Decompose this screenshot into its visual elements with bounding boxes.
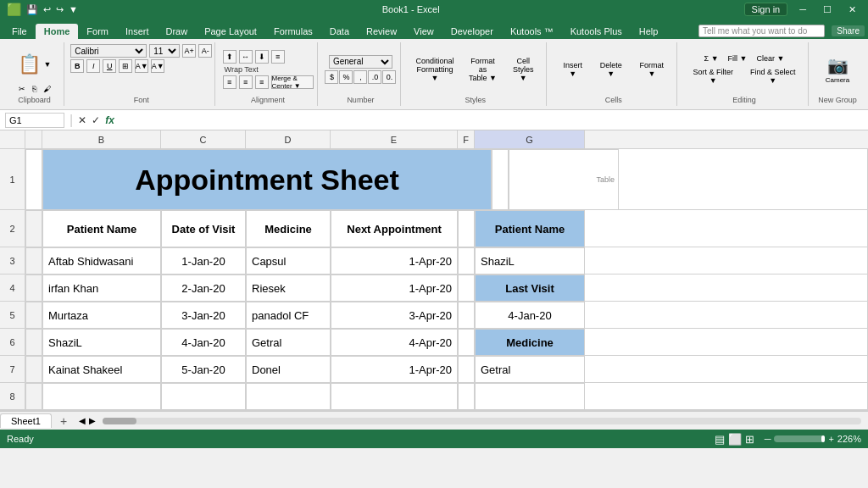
tab-help[interactable]: Help (631, 24, 667, 39)
row-header-2[interactable]: 2 (0, 210, 25, 247)
align-left-button[interactable]: ≡ (223, 75, 236, 89)
col-header-e[interactable]: E (331, 130, 458, 149)
cell-e2[interactable]: Next Appointment (331, 210, 458, 247)
cell-g5[interactable]: 4-Jan-20 (475, 302, 585, 329)
row-header-4[interactable]: 4 (0, 274, 25, 302)
decimal-increase-button[interactable]: .0 (368, 70, 381, 84)
cell-c2[interactable]: Date of Visit (161, 210, 246, 247)
signin-button[interactable]: Sign in (744, 3, 788, 16)
quick-access-undo[interactable]: ↩ (43, 4, 51, 15)
cell-d7[interactable]: Donel (246, 356, 331, 383)
font-color-button[interactable]: A▼ (151, 59, 164, 73)
cell-c5[interactable]: 3-Jan-20 (161, 302, 246, 329)
row-header-5[interactable]: 5 (0, 302, 25, 329)
col-header-g[interactable]: G (475, 130, 585, 149)
tab-formulas[interactable]: Formulas (265, 24, 321, 39)
name-box[interactable] (5, 113, 64, 128)
cell-f2[interactable] (458, 210, 475, 247)
cell-f4[interactable] (458, 274, 475, 302)
currency-button[interactable]: $ (325, 70, 338, 84)
cell-e7[interactable]: 1-Apr-20 (331, 356, 458, 383)
cell-b5[interactable]: Murtaza (42, 302, 161, 329)
italic-button[interactable]: I (86, 59, 100, 73)
cell-a2[interactable] (25, 210, 42, 247)
col-header-c[interactable]: C (161, 130, 246, 149)
cell-g7[interactable]: Getral (475, 356, 585, 383)
row-header-3[interactable]: 3 (0, 247, 25, 274)
delete-cells-button[interactable]: Delete ▼ (593, 59, 630, 80)
cell-e6[interactable]: 4-Apr-20 (331, 329, 458, 356)
font-family-select[interactable]: Calibri (70, 44, 147, 58)
font-size-select[interactable]: 11 (149, 44, 180, 58)
cell-g3[interactable]: ShaziL (475, 247, 585, 274)
bold-button[interactable]: B (70, 59, 84, 73)
col-header-d[interactable]: D (246, 130, 331, 149)
quick-access-save[interactable]: 💾 (26, 4, 38, 15)
cell-a1[interactable] (25, 149, 42, 210)
tab-insert[interactable]: Insert (117, 24, 158, 39)
cell-g6[interactable]: Medicine (475, 329, 585, 356)
zoom-slider[interactable] (774, 435, 825, 442)
cell-g1[interactable]: Table (509, 149, 619, 210)
cell-a4[interactable] (25, 274, 42, 302)
cell-a7[interactable] (25, 356, 42, 383)
cell-f5[interactable] (458, 302, 475, 329)
paste-button[interactable]: 📋 ▼ (14, 52, 55, 77)
cell-c7[interactable]: 5-Jan-20 (161, 356, 246, 383)
cell-e4[interactable]: 1-Apr-20 (331, 274, 458, 302)
cell-a3[interactable] (25, 247, 42, 274)
align-center-button[interactable]: ≡ (239, 75, 253, 89)
tab-view[interactable]: View (405, 24, 442, 39)
autosum-button[interactable]: Σ ▼ (701, 53, 722, 64)
cut-button[interactable]: ✂ (16, 84, 28, 94)
cell-d5[interactable]: panadol CF (246, 302, 331, 329)
camera-button[interactable]: 📷 Camera (822, 53, 853, 86)
cell-e5[interactable]: 3-Apr-20 (331, 302, 458, 329)
cell-g2[interactable]: Patient Name (475, 210, 585, 247)
cell-g4[interactable]: Last Visit (475, 274, 585, 302)
minimize-button[interactable]: ─ (794, 3, 811, 16)
cell-a5[interactable] (25, 302, 42, 329)
formula-input[interactable] (120, 115, 863, 125)
tab-developer[interactable]: Developer (442, 24, 502, 39)
cell-b4[interactable]: irfan Khan (42, 274, 161, 302)
cell-a6[interactable] (25, 329, 42, 356)
view-page-break-button[interactable]: ⊞ (745, 433, 754, 446)
zoom-level[interactable]: 226% (837, 434, 861, 444)
zoom-plus[interactable]: + (828, 434, 833, 444)
cell-b6[interactable]: ShaziL (42, 329, 161, 356)
tab-home[interactable]: Home (36, 24, 79, 39)
format-cells-button[interactable]: Format ▼ (632, 59, 671, 80)
cell-f1[interactable] (492, 149, 509, 210)
clear-button[interactable]: Clear ▼ (753, 53, 787, 64)
cell-d8[interactable] (246, 383, 331, 410)
cell-a8[interactable] (25, 383, 42, 410)
cell-c3[interactable]: 1-Jan-20 (161, 247, 246, 274)
percent-button[interactable]: % (339, 70, 353, 84)
maximize-button[interactable]: ☐ (818, 3, 837, 16)
conditional-formatting-button[interactable]: ConditionalFormatting ▼ (409, 55, 460, 84)
cell-d2[interactable]: Medicine (246, 210, 331, 247)
zoom-minus[interactable]: ─ (765, 434, 771, 444)
tab-draw[interactable]: Draw (157, 24, 196, 39)
format-painter-button[interactable]: 🖌 (41, 84, 53, 94)
share-button[interactable]: Share (832, 25, 865, 36)
row-header-1[interactable]: 1 (0, 149, 25, 210)
col-header-f[interactable]: F (458, 130, 475, 149)
format-as-table-button[interactable]: Format asTable ▼ (463, 55, 503, 84)
tab-form[interactable]: Form (78, 24, 117, 39)
align-top-button[interactable]: ⬆ (223, 50, 236, 64)
align-middle-button[interactable]: ↔ (239, 50, 253, 64)
decimal-decrease-button[interactable]: 0. (382, 70, 396, 84)
align-right-button[interactable]: ≡ (255, 75, 269, 89)
tab-kutools[interactable]: Kutools ™ (502, 24, 562, 39)
copy-button[interactable]: ⎘ (30, 84, 39, 94)
cell-b3[interactable]: Aftab Shidwasani (42, 247, 161, 274)
quick-access-redo[interactable]: ↪ (56, 4, 64, 15)
cell-c8[interactable] (161, 383, 246, 410)
number-format-select[interactable]: General (329, 55, 392, 69)
font-size-increase[interactable]: A+ (182, 44, 196, 58)
cell-e3[interactable]: 1-Apr-20 (331, 247, 458, 274)
fill-button[interactable]: Fill ▼ (725, 53, 751, 64)
formula-confirm[interactable]: ✓ (92, 114, 100, 126)
